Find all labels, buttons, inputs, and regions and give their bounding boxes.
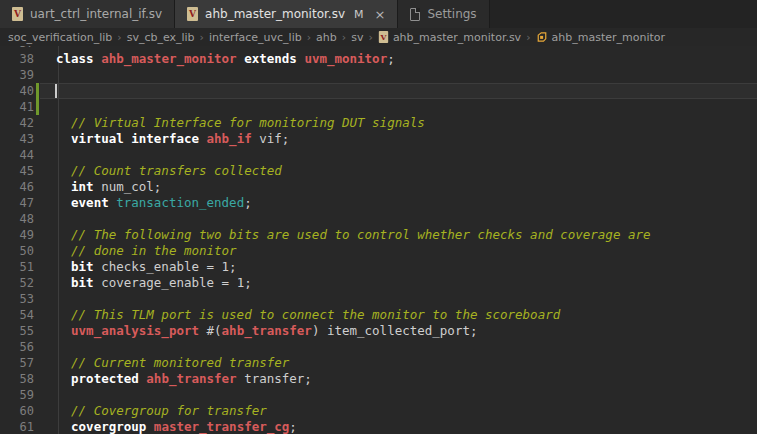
sv-file-icon: V	[187, 7, 198, 21]
line-number: 47	[0, 195, 34, 211]
chevron-right-icon: ›	[117, 31, 121, 44]
code-line-40[interactable]: 40	[0, 83, 757, 99]
breadcrumb-label: soc_verification_lib	[8, 31, 112, 44]
git-modified-badge: M	[354, 8, 364, 21]
line-content: // Virtual Interface for monitoring DUT …	[40, 115, 757, 131]
line-number: 52	[0, 275, 34, 291]
line-content: class ahb_master_monitor extends uvm_mon…	[40, 51, 757, 67]
code-line-52[interactable]: 52 bit coverage_enable = 1;	[0, 275, 757, 291]
code-line-54[interactable]: 54 // This TLM port is used to connect t…	[0, 307, 757, 323]
line-number: 45	[0, 163, 34, 179]
chevron-right-icon: ›	[526, 31, 530, 44]
line-number: 48	[0, 211, 34, 227]
breadcrumb-label: ahb_master_monitor	[552, 31, 666, 44]
code-line-57[interactable]: 57 // Current monitored transfer	[0, 355, 757, 371]
tab-label: ahb_master_monitor.sv	[205, 7, 345, 21]
breadcrumb-item-soc-verification-lib[interactable]: soc_verification_lib	[8, 31, 112, 44]
line-number: 38	[0, 51, 34, 67]
breadcrumb-item-interface-uvc-lib[interactable]: interface_uvc_lib	[209, 31, 302, 44]
line-number: 43	[0, 131, 34, 147]
breadcrumb-label: interface_uvc_lib	[209, 31, 302, 44]
code-line-58[interactable]: 58 protected ahb_transfer transfer;	[0, 371, 757, 387]
close-icon[interactable]: ×	[375, 8, 386, 21]
line-number: 44	[0, 147, 34, 163]
line-content: protected ahb_transfer transfer;	[40, 371, 757, 387]
code-line-43[interactable]: 43 virtual interface ahb_if vif;	[0, 131, 757, 147]
code-line-38[interactable]: 38class ahb_master_monitor extends uvm_m…	[0, 51, 757, 67]
code-line-59[interactable]: 59	[0, 387, 757, 403]
code-lines: 3738class ahb_master_monitor extends uvm…	[0, 46, 757, 434]
code-line-45[interactable]: 45 // Count transfers collected	[0, 163, 757, 179]
line-content: // This TLM port is used to connect the …	[40, 307, 757, 323]
sv-file-icon: V	[12, 7, 23, 21]
line-number: 60	[0, 403, 34, 419]
line-content: int num_col;	[40, 179, 757, 195]
breadcrumb-label: sv_cb_ex_lib	[127, 31, 195, 44]
class-symbol-icon	[536, 31, 548, 43]
tab-label: uart_ctrl_internal_if.sv	[30, 7, 162, 21]
line-content	[40, 211, 757, 227]
line-number: 56	[0, 339, 34, 355]
line-content	[40, 339, 757, 355]
chevron-right-icon: ›	[307, 31, 311, 44]
line-content: // The following two bits are used to co…	[40, 227, 757, 243]
chevron-right-icon: ›	[368, 31, 372, 44]
text-cursor	[55, 84, 57, 98]
plain-file-icon	[410, 8, 420, 21]
code-line-51[interactable]: 51 bit checks_enable = 1;	[0, 259, 757, 275]
editor-tab-bar: V uart_ctrl_internal_if.sv V ahb_master_…	[0, 0, 757, 28]
line-content	[40, 67, 757, 83]
line-number: 53	[0, 291, 34, 307]
line-number: 50	[0, 243, 34, 259]
tab-ahb-master-monitor[interactable]: V ahb_master_monitor.sv M ×	[175, 0, 398, 28]
line-content: // Count transfers collected	[40, 163, 757, 179]
code-line-56[interactable]: 56	[0, 339, 757, 355]
line-number: 59	[0, 387, 34, 403]
line-number: 61	[0, 419, 34, 434]
breadcrumb-item-ahb[interactable]: ahb	[316, 31, 337, 44]
line-number: 41	[0, 99, 34, 115]
code-line-42[interactable]: 42 // Virtual Interface for monitoring D…	[0, 115, 757, 131]
sv-file-icon: V	[379, 31, 388, 43]
code-line-53[interactable]: 53	[0, 291, 757, 307]
line-content: // Covergroup for transfer	[40, 403, 757, 419]
line-number: 49	[0, 227, 34, 243]
chevron-right-icon: ›	[342, 31, 346, 44]
code-line-46[interactable]: 46 int num_col;	[0, 179, 757, 195]
line-number: 46	[0, 179, 34, 195]
line-content: virtual interface ahb_if vif;	[40, 131, 757, 147]
line-content: event transaction_ended;	[40, 195, 757, 211]
tab-label: Settings	[427, 7, 476, 21]
tab-settings[interactable]: Settings	[398, 0, 489, 28]
code-line-39[interactable]: 39	[0, 67, 757, 83]
code-line-60[interactable]: 60 // Covergroup for transfer	[0, 403, 757, 419]
tab-uart-ctrl-internal-if[interactable]: V uart_ctrl_internal_if.sv	[0, 0, 175, 28]
code-editor[interactable]: 3738class ahb_master_monitor extends uvm…	[0, 46, 757, 434]
line-content	[40, 291, 757, 307]
code-line-50[interactable]: 50 // done in the monitor	[0, 243, 757, 259]
code-line-47[interactable]: 47 event transaction_ended;	[0, 195, 757, 211]
line-number: 58	[0, 371, 34, 387]
line-number: 42	[0, 115, 34, 131]
breadcrumb-label: ahb_master_monitor.sv	[393, 31, 521, 44]
line-number: 40	[0, 83, 34, 99]
line-number: 57	[0, 355, 34, 371]
breadcrumb: soc_verification_lib›sv_cb_ex_lib›interf…	[0, 28, 757, 46]
line-content	[40, 99, 757, 115]
code-line-44[interactable]: 44	[0, 147, 757, 163]
code-line-49[interactable]: 49 // The following two bits are used to…	[0, 227, 757, 243]
breadcrumb-item-ahb-master-monitor-sv[interactable]: Vahb_master_monitor.sv	[378, 30, 521, 44]
line-content	[40, 83, 757, 99]
breadcrumb-item-ahb-master-monitor[interactable]: ahb_master_monitor	[536, 31, 666, 44]
line-number: 55	[0, 323, 34, 339]
breadcrumb-item-sv[interactable]: sv	[351, 31, 363, 44]
line-number: 39	[0, 67, 34, 83]
code-line-55[interactable]: 55 uvm_analysis_port #(ahb_transfer) ite…	[0, 323, 757, 339]
code-line-48[interactable]: 48	[0, 211, 757, 227]
breadcrumb-item-sv-cb-ex-lib[interactable]: sv_cb_ex_lib	[127, 31, 195, 44]
code-line-61[interactable]: 61 covergroup master_transfer_cg;	[0, 419, 757, 434]
code-line-41[interactable]: 41	[0, 99, 757, 115]
line-content: covergroup master_transfer_cg;	[40, 419, 757, 434]
vscode-window: V uart_ctrl_internal_if.sv V ahb_master_…	[0, 0, 757, 434]
line-number: 54	[0, 307, 34, 323]
